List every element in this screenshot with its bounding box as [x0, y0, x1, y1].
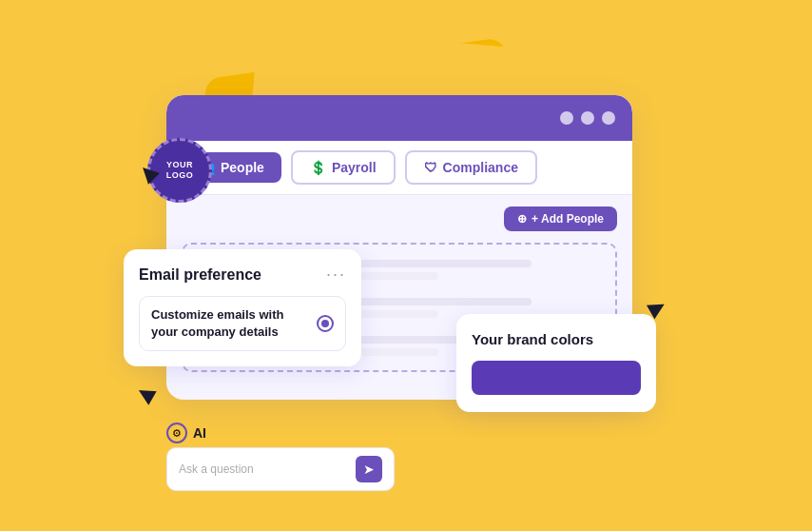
app-window-header [166, 95, 632, 141]
compliance-tab[interactable]: 🛡 Compliance [405, 150, 537, 185]
ai-section: ⚙ AI Ask a question ➤ [166, 423, 395, 491]
radio-button[interactable] [317, 315, 334, 332]
email-card-title: Email preference [139, 266, 261, 284]
radio-dot-inner [321, 320, 329, 327]
ai-placeholder-text: Ask a question [179, 462, 254, 476]
brand-color-swatch[interactable] [472, 361, 641, 395]
send-button[interactable]: ➤ [356, 456, 382, 482]
ai-label-row: ⚙ AI [166, 423, 395, 443]
logo-line2: LOGO [166, 170, 194, 181]
compliance-label: Compliance [443, 160, 518, 175]
ai-input-row: Ask a question ➤ [166, 447, 395, 491]
email-card-header: Email preference ··· [139, 265, 346, 285]
add-people-button[interactable]: ⊕ + Add People [504, 206, 617, 231]
payroll-icon: 💲 [310, 160, 326, 175]
add-people-text: + Add People [532, 212, 604, 226]
window-dot-2 [581, 111, 594, 125]
brand-colors-card: Your brand colors [456, 314, 656, 412]
add-icon: ⊕ [517, 212, 527, 226]
email-card-item-label: Customize emails with your company detai… [151, 306, 313, 341]
brand-card-title: Your brand colors [472, 331, 641, 347]
app-nav: 👥 People 💲 Payroll 🛡 Compliance [166, 141, 632, 195]
ai-icon: ⚙ [166, 423, 187, 443]
email-card-more-icon[interactable]: ··· [326, 265, 346, 285]
window-dots [560, 111, 615, 125]
settings-icon: ⚙ [172, 427, 182, 440]
payroll-tab[interactable]: 💲 Payroll [291, 150, 396, 185]
people-label: People [221, 160, 264, 175]
payroll-label: Payroll [332, 160, 377, 175]
logo-line1: YOUR [166, 160, 193, 170]
ai-label: AI [193, 425, 206, 441]
email-preference-card: Email preference ··· Customize emails wi… [124, 249, 361, 366]
compliance-icon: 🛡 [424, 160, 437, 175]
send-icon: ➤ [363, 462, 375, 477]
window-dot-3 [602, 111, 615, 125]
window-dot-1 [560, 111, 573, 125]
add-people-row: ⊕ + Add People [182, 206, 617, 231]
email-card-item[interactable]: Customize emails with your company detai… [139, 296, 346, 351]
